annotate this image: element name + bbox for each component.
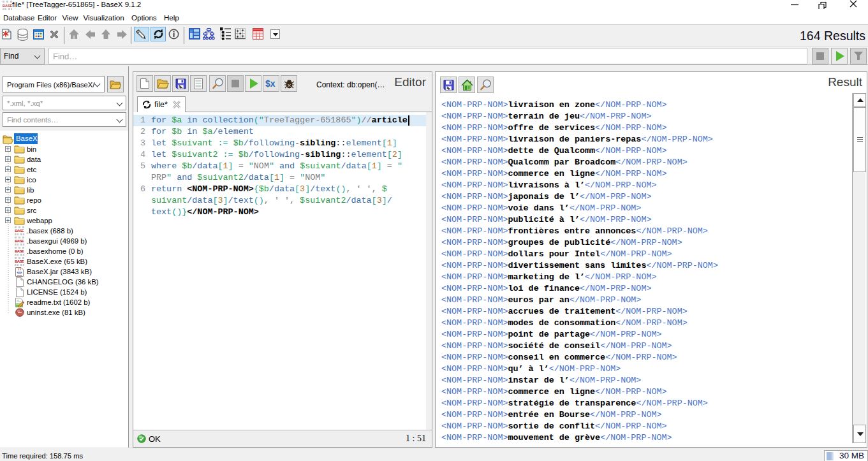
svg-text:BASE: BASE xyxy=(15,249,24,253)
svg-text:BASE: BASE xyxy=(15,239,24,243)
svg-text:BASE: BASE xyxy=(15,229,24,233)
svg-text:BASE: BASE xyxy=(15,260,24,263)
svg-text:BASE: BASE xyxy=(3,4,12,8)
